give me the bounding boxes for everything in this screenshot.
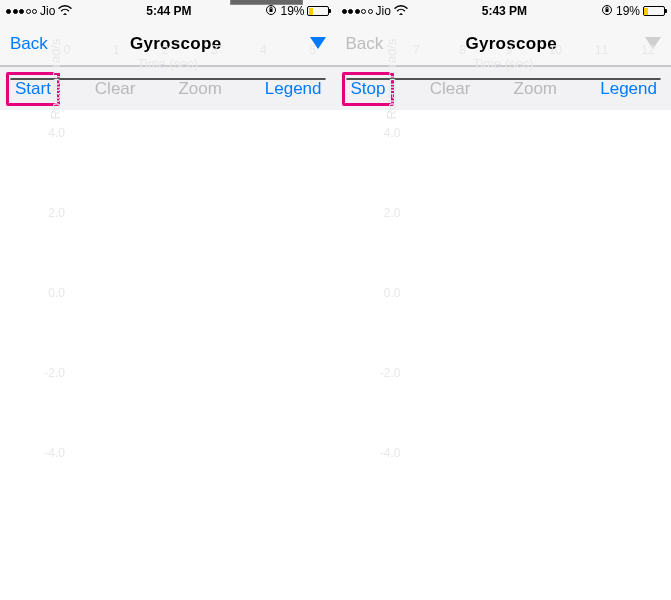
battery-pct-label: 19% <box>280 4 304 18</box>
back-button[interactable]: Back <box>10 34 48 54</box>
phone-left: Jio 5:44 PM 19% Back Gyroscope Rotation … <box>0 0 336 110</box>
y-axis-label: Rotation rad/s <box>383 39 398 120</box>
chart-panel: Rotation rad/s Time (sec) Roll Pitch Yaw… <box>10 78 326 80</box>
y-tick-label: -4.0 <box>361 446 401 460</box>
battery-icon <box>307 6 329 16</box>
back-button[interactable]: Back <box>346 34 384 54</box>
y-tick-label: 0.0 <box>25 286 65 300</box>
x-tick-label: 8 <box>459 43 466 57</box>
y-tick-label: 4.0 <box>25 126 65 140</box>
x-tick-label: 7 <box>413 43 420 57</box>
y-tick-label: 4.0 <box>361 126 401 140</box>
battery-icon <box>643 6 665 16</box>
x-tick-label: 3 <box>211 43 218 57</box>
battery-pct-label: 19% <box>616 4 640 18</box>
x-tick-label: 1 <box>113 43 120 57</box>
y-axis-label: Rotation rad/s <box>48 39 63 120</box>
status-bar: Jio 5:43 PM 19% <box>336 0 672 22</box>
phone-right: Jio 5:43 PM 19% Back Gyroscope Rotation … <box>336 0 672 110</box>
clock-label: 5:43 PM <box>482 4 527 18</box>
signal-icon <box>342 9 373 14</box>
x-axis-label: Time (sec) <box>11 56 325 71</box>
legend: Roll Pitch Yaw <box>230 0 303 5</box>
chart-panel: Rotation rad/s Time (sec) 4.02.00.0-2.0-… <box>346 78 662 80</box>
x-tick-label: 12 <box>641 43 654 57</box>
svg-rect-1 <box>270 9 273 12</box>
signal-icon <box>6 9 37 14</box>
carrier-label: Jio <box>376 4 391 18</box>
y-tick-label: 0.0 <box>361 286 401 300</box>
wifi-icon <box>394 5 408 17</box>
y-tick-label: 2.0 <box>25 206 65 220</box>
y-tick-label: -2.0 <box>361 366 401 380</box>
x-tick-label: 10 <box>549 43 562 57</box>
carrier-label: Jio <box>40 4 55 18</box>
x-tick-label: 5 <box>309 43 316 57</box>
y-tick-label: -2.0 <box>25 366 65 380</box>
rotation-lock-icon <box>601 4 613 18</box>
y-tick-label: 2.0 <box>361 206 401 220</box>
wifi-icon <box>58 5 72 17</box>
x-tick-label: 11 <box>595 43 608 57</box>
rotation-lock-icon <box>265 4 277 18</box>
svg-rect-55 <box>605 9 608 12</box>
x-tick-label: 4 <box>260 43 267 57</box>
x-tick-label: 9 <box>506 43 513 57</box>
page-title: Gyroscope <box>130 34 222 54</box>
x-tick-label: 2 <box>162 43 169 57</box>
clock-label: 5:44 PM <box>146 4 191 18</box>
x-tick-label: 0 <box>64 43 71 57</box>
x-axis-label: Time (sec) <box>347 56 661 71</box>
y-tick-label: -4.0 <box>25 446 65 460</box>
